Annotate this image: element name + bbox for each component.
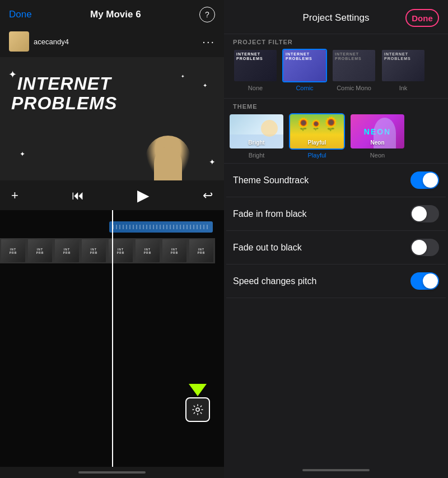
toggle-rows: Theme Soundtrack Fade in from black Fade… [224,164,448,462]
rewind-button[interactable]: ⏮ [72,188,84,203]
left-done-button[interactable]: Done [9,9,32,20]
gear-icon [192,403,204,416]
toggle-label-fade-out: Fade out to black [233,243,302,253]
timeline-area: INTPRB INTPRB INTPRB INTPRB INTPRB INTPR… [0,210,224,467]
film-strip-cell: INTPRB [81,238,108,263]
filter-item-ink[interactable]: INTERNETPROBLEMS Ink [381,49,426,91]
toggle-fade-in[interactable] [410,205,439,222]
filter-thumb-comic: INTERNETPROBLEMS [282,49,327,82]
left-home-indicator [0,467,224,478]
panel-title: Project Settings [302,12,369,24]
avatar [9,31,29,52]
theme-item-playful[interactable]: 🌻 🌻 🌻 Playful Playful [289,113,345,159]
theme-thumb-bright: Bright [228,113,284,150]
right-home-indicator [224,462,448,478]
controls-bar: + ⏮ ▶ ↩ [0,180,224,210]
film-strip-cell: INTPRB [134,238,161,263]
theme-neon-text: Neon [351,140,404,146]
filter-label-comic-mono: Comic Mono [337,85,371,91]
right-panel: Project Settings Done PROJECT FILTER INT… [224,0,448,478]
help-button[interactable]: ? [199,7,215,22]
film-strip-cell: INTPRB [161,238,188,263]
timeline-cursor [112,210,113,467]
preview-title: INTERNET PROBLEMS [11,74,117,113]
home-bar-right [302,469,370,471]
theme-label-neon: Neon [370,152,385,159]
filter-item-none[interactable]: INTERNETPROBLEMS None [233,49,278,91]
left-header: Done My Movie 6 ? [0,0,224,29]
theme-thumb-playful: 🌻 🌻 🌻 Playful [289,113,345,150]
down-arrow-icon [189,384,207,396]
settings-arrow-area [185,384,210,422]
film-strip-cell: INTPRB [54,238,81,263]
toggle-row-speed-pitch: Speed changes pitch [226,264,446,298]
toggle-fade-out[interactable] [410,239,439,256]
theme-label-playful: Playful [307,152,326,159]
svg-point-0 [196,408,199,411]
theme-row: Bright Bright 🌻 🌻 🌻 Playful Playful [224,113,448,163]
toggle-knob [423,273,438,289]
theme-bright-text: Bright [230,140,283,146]
filter-label-none: None [248,85,263,91]
filter-thumb-ink: INTERNETPROBLEMS [381,49,426,82]
theme-section-label: THEME [224,99,448,113]
toggle-row-fade-out: Fade out to black [226,231,446,264]
filter-row: INTERNETPROBLEMS None INTERNETPROBLEMS C… [224,49,448,98]
theme-label-bright: Bright [249,152,265,159]
filter-item-comic-mono[interactable]: INTERNETPROBLEMS Comic Mono [332,49,376,91]
more-button[interactable]: ··· [202,35,215,48]
theme-item-neon[interactable]: NEON Neon Neon [349,113,405,159]
filter-item-comic[interactable]: INTERNETPROBLEMS Comic [282,49,327,91]
video-preview: ✦ ✦ ✦ ✦ ✦ INTERNET PROBLEMS [0,57,224,180]
toggle-row-theme-soundtrack: Theme Soundtrack [226,164,446,197]
film-strip-cell: INTPRB [27,238,54,263]
user-row: acecandy4 ··· [0,29,224,57]
right-done-button[interactable]: Done [405,9,439,27]
toggle-knob [423,173,438,188]
filter-label-comic: Comic [296,85,313,91]
undo-button[interactable]: ↩ [203,188,213,203]
username-label: acecandy4 [34,38,202,46]
theme-thumb-neon: NEON Neon [349,113,405,150]
filter-thumb-none: INTERNETPROBLEMS [233,49,278,82]
add-clip-button[interactable]: + [11,188,18,203]
toggle-label-fade-in: Fade in from black [233,209,307,219]
toggle-knob [412,206,427,221]
play-button[interactable]: ▶ [137,186,150,205]
theme-item-bright[interactable]: Bright Bright [228,113,284,159]
toggle-label-theme-soundtrack: Theme Soundtrack [233,175,309,185]
film-strip-cell: INTPRB [188,238,215,263]
toggle-label-speed-pitch: Speed changes pitch [233,276,316,286]
movie-title: My Movie 6 [90,9,141,20]
toggle-speed-pitch[interactable] [410,272,439,290]
right-header: Project Settings Done [224,0,448,34]
home-bar [78,471,146,474]
film-strip-cell: INTPRB [0,238,27,263]
filter-thumb-comic-mono: INTERNETPROBLEMS [332,49,376,82]
filter-label-ink: Ink [399,85,408,91]
toggle-knob [412,240,427,255]
toggle-theme-soundtrack[interactable] [410,171,439,189]
theme-playful-text: Playful [290,140,344,146]
toggle-row-fade-in: Fade in from black [226,197,446,231]
project-filter-label: PROJECT FILTER [224,34,448,49]
left-panel: Done My Movie 6 ? acecandy4 ··· ✦ ✦ ✦ ✦ … [0,0,224,478]
settings-icon-button[interactable] [185,397,210,422]
